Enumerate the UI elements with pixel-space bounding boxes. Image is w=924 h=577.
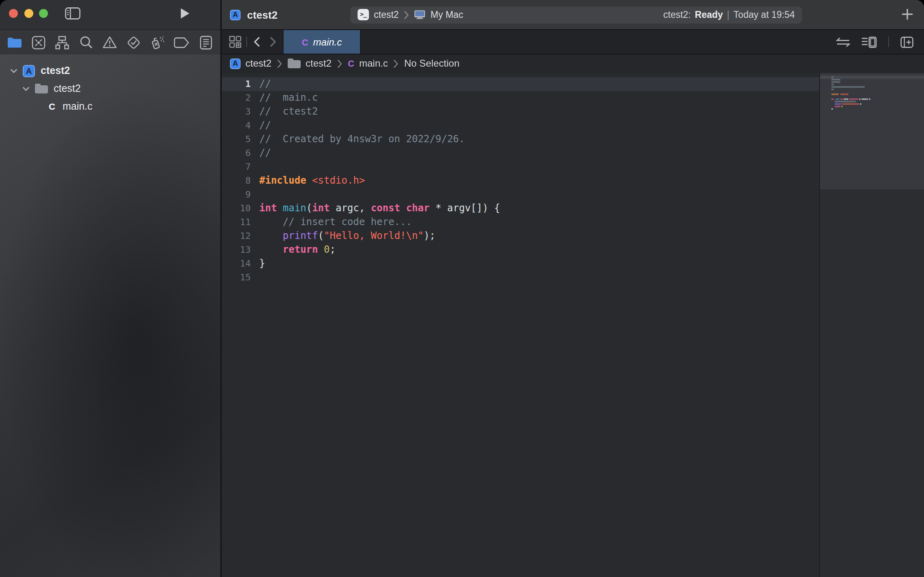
toolbar: A ctest2 >_ ctest2 My Mac ctest2: Ready … (221, 0, 924, 30)
scheme-name[interactable]: ctest2 (374, 10, 399, 20)
tabbar-divider (246, 37, 247, 47)
code-area[interactable]: 1//2// main.c3// ctest24//5// Created by… (221, 73, 820, 577)
run-button[interactable] (180, 7, 190, 20)
editor-controls (836, 30, 924, 54)
code-line-11[interactable]: 11 // insert code here... (221, 215, 820, 229)
jumpbar-selection[interactable]: No Selection (404, 58, 460, 69)
code-text: // insert code here... (251, 215, 412, 229)
minimize-window-button[interactable] (24, 9, 33, 18)
code-line-13[interactable]: 13 return 0; (221, 243, 820, 257)
c-file-icon: C (348, 59, 354, 69)
project-app-icon: A (23, 65, 35, 77)
status-separator: | (727, 10, 729, 20)
code-line-12[interactable]: 12 printf("Hello, World!\n"); (221, 229, 820, 243)
minimap-viewport (820, 73, 924, 189)
zoom-window-button[interactable] (39, 9, 48, 18)
tab-bar: C main.c (221, 30, 924, 54)
window-title-group: A ctest2 (230, 0, 278, 29)
code-text: // ctest2 (251, 105, 318, 119)
xcode-window: A ctest2 ctest2 C main.c A ctest2 (0, 0, 924, 577)
code-line-1[interactable]: 1// (221, 77, 820, 91)
close-window-button[interactable] (9, 9, 18, 18)
navigate-forward-icon[interactable] (267, 30, 278, 54)
line-number: 6 (221, 146, 251, 160)
minimap[interactable] (819, 73, 924, 577)
chevron-right-icon (277, 59, 282, 68)
debug-icon[interactable] (148, 33, 168, 51)
editor-options-icon[interactable] (861, 36, 877, 48)
code-text: return 0; (251, 243, 336, 257)
disclosure-chevron-icon[interactable] (22, 87, 29, 91)
line-number: 5 (221, 132, 251, 146)
code-line-9[interactable]: 9 (221, 188, 820, 202)
tree-item-project[interactable]: A ctest2 (0, 62, 220, 80)
code-line-7[interactable]: 7 (221, 160, 820, 174)
scheme-terminal-icon: >_ (358, 9, 369, 20)
tests-icon[interactable] (124, 33, 144, 51)
line-number: 9 (221, 188, 251, 202)
jumpbar-file[interactable]: C main.c (348, 58, 388, 69)
window-title: ctest2 (247, 9, 278, 21)
code-review-icon[interactable] (836, 37, 850, 47)
issues-icon[interactable] (100, 33, 120, 51)
activity-status: ctest2: Ready | Today at 19:54 (663, 10, 795, 20)
jumpbar-group-label: ctest2 (306, 58, 332, 69)
code-line-8[interactable]: 8#include <stdio.h> (221, 174, 820, 188)
chevron-right-icon (394, 59, 399, 68)
project-navigator-icon[interactable] (4, 33, 24, 51)
code-text: printf("Hello, World!\n"); (251, 229, 436, 243)
jump-bar: A ctest2 ctest2 C main.c No Selection (221, 54, 924, 74)
mac-icon (413, 10, 425, 20)
source-control-icon[interactable] (28, 33, 48, 51)
tree-item-file-selected[interactable]: C main.c (0, 97, 220, 115)
folder-icon (288, 59, 301, 69)
line-number: 3 (221, 105, 251, 119)
navigate-back-icon[interactable] (251, 30, 262, 54)
jumpbar-selection-label: No Selection (404, 58, 460, 69)
code-line-10[interactable]: 10int main(int argc, const char * argv[]… (221, 202, 820, 215)
folder-icon (35, 84, 48, 93)
code-line-6[interactable]: 6// (221, 146, 820, 160)
line-number: 10 (221, 202, 251, 215)
code-line-14[interactable]: 14} (221, 257, 820, 271)
code-text: // (251, 77, 271, 91)
code-line-4[interactable]: 4// (221, 119, 820, 132)
status-state: Ready (695, 10, 723, 20)
c-file-icon: C (49, 101, 55, 111)
code-line-15[interactable]: 15 (221, 271, 820, 284)
code-line-2[interactable]: 2// main.c (221, 91, 820, 105)
code-text: // (251, 119, 271, 132)
code-text (251, 271, 259, 284)
tree-item-label: ctest2 (41, 65, 70, 76)
jumpbar-group[interactable]: ctest2 (288, 58, 332, 69)
jumpbar-project[interactable]: A ctest2 (230, 58, 271, 69)
new-tab-icon[interactable] (901, 8, 913, 20)
project-navigator-tree: A ctest2 ctest2 C main.c (0, 54, 220, 577)
tab-main-c[interactable]: C main.c (283, 30, 361, 54)
add-editor-icon[interactable] (900, 36, 913, 48)
toggle-sidebar-icon[interactable] (65, 7, 80, 20)
tree-item-label: ctest2 (54, 83, 81, 94)
breakpoints-icon[interactable] (172, 33, 192, 51)
c-file-icon: C (302, 37, 308, 47)
line-number: 15 (221, 271, 251, 284)
symbols-icon[interactable] (52, 33, 72, 51)
reports-icon[interactable] (196, 33, 215, 51)
line-number: 2 (221, 91, 251, 105)
disclosure-chevron-icon[interactable] (10, 69, 17, 73)
code-text: int main(int argc, const char * argv[]) … (251, 202, 500, 215)
line-number: 8 (221, 174, 251, 188)
chevron-right-icon (337, 59, 342, 68)
code-text: // (251, 146, 271, 160)
tree-item-group[interactable]: ctest2 (0, 80, 220, 98)
scheme-status-bar[interactable]: >_ ctest2 My Mac ctest2: Ready | Today a… (350, 6, 802, 23)
code-line-3[interactable]: 3// ctest2 (221, 105, 820, 119)
find-icon[interactable] (76, 33, 96, 51)
run-destination[interactable]: My Mac (430, 10, 463, 20)
minimap-current-line (820, 76, 924, 78)
code-text: #include <stdio.h> (251, 174, 365, 188)
tab-overview-icon[interactable] (227, 30, 243, 54)
jumpbar-file-label: main.c (359, 58, 388, 69)
code-text: // Created by 4nsw3r on 2022/9/26. (251, 132, 465, 146)
code-line-5[interactable]: 5// Created by 4nsw3r on 2022/9/26. (221, 132, 820, 146)
